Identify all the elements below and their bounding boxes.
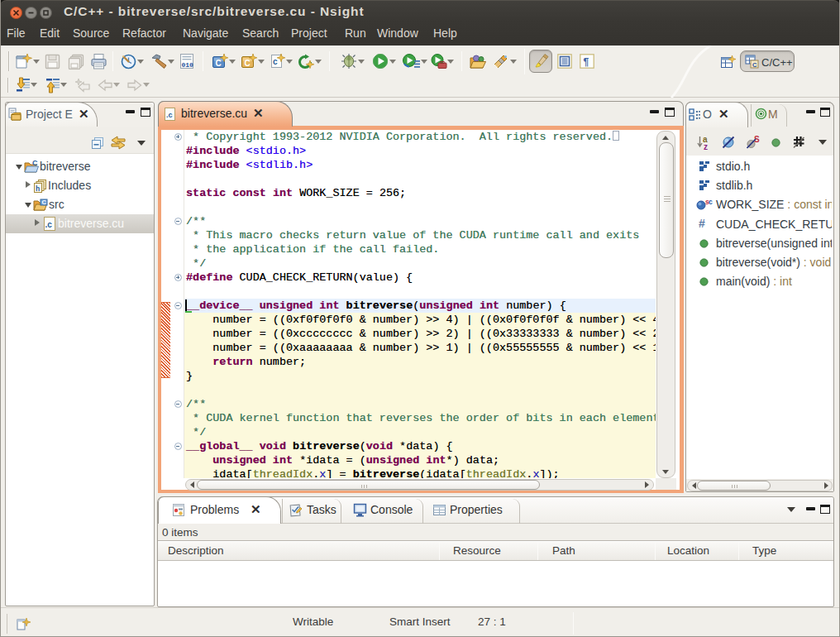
svg-text:c: c <box>709 199 713 206</box>
svg-text:¶: ¶ <box>584 56 589 68</box>
svg-text:C: C <box>216 59 222 68</box>
svg-text:.c: .c <box>166 111 173 119</box>
svg-text:C: C <box>752 61 757 69</box>
svg-text:C: C <box>245 59 251 68</box>
svg-text:c: c <box>273 57 278 66</box>
svg-text:z: z <box>704 142 708 151</box>
svg-text:h: h <box>36 184 40 193</box>
svg-text:.c: .c <box>45 220 53 229</box>
svg-text:C: C <box>42 199 47 206</box>
svg-text:C: C <box>32 160 38 167</box>
svg-text:010: 010 <box>182 61 194 69</box>
